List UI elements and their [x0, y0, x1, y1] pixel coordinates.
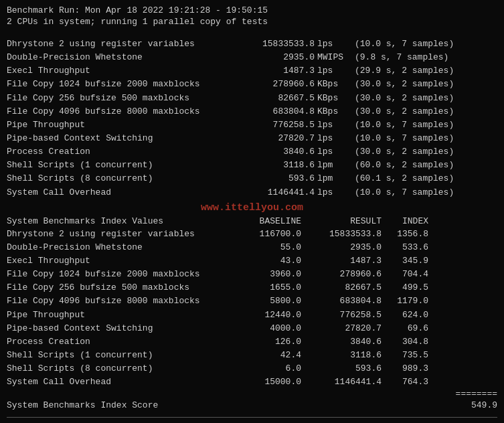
- index-row-index: 735.5: [382, 349, 428, 362]
- bench-row: Execl Throughput 1487.3 lps (29.9 s, 2 s…: [7, 64, 497, 78]
- bench-label: Execl Throughput: [7, 64, 234, 78]
- bench-label: Shell Scripts (8 concurrent): [7, 172, 234, 185]
- header-line2: 2 CPUs in system; running 1 parallel cop…: [7, 17, 497, 27]
- bench-unit: KBps: [315, 105, 355, 118]
- bench-value: 1487.3: [234, 64, 315, 78]
- index-row: Shell Scripts (1 concurrent) 42.4 3118.6…: [7, 349, 497, 362]
- bench-row: Shell Scripts (1 concurrent) 3118.6 lpm …: [7, 159, 497, 172]
- index-row-result: 776258.5: [301, 309, 382, 322]
- bench-unit: KBps: [315, 78, 355, 91]
- index-row-result: 2935.0: [301, 241, 382, 254]
- index-row-result: 15833533.8: [301, 228, 382, 241]
- index-header-index: INDEX: [382, 216, 428, 226]
- index-row-result: 683804.8: [301, 294, 382, 308]
- index-row-baseline: 5800.0: [234, 294, 301, 308]
- bench-samples: (9.8 s, 7 samples): [355, 51, 497, 64]
- bench-row: System Call Overhead 1146441.4 lps (10.0…: [7, 186, 497, 199]
- bench-value: 776258.5: [234, 118, 315, 132]
- index-row-index: 304.8: [382, 335, 428, 349]
- bench-label: Double-Precision Whetstone: [7, 51, 234, 64]
- bench-value: 683804.8: [234, 105, 315, 118]
- index-row-index: 764.3: [382, 375, 428, 389]
- bench-samples: (30.0 s, 2 samples): [355, 78, 497, 91]
- equals-row: ========: [7, 389, 497, 399]
- watermark: www.ittellyou.com: [7, 202, 497, 214]
- index-row-baseline: 55.0: [234, 241, 301, 254]
- score-row: System Benchmarks Index Score 549.9: [7, 400, 497, 410]
- bench-unit: KBps: [315, 92, 355, 105]
- bench-row: Shell Scripts (8 concurrent) 593.6 lpm (…: [7, 172, 497, 185]
- bench-label: Pipe-based Context Switching: [7, 132, 234, 145]
- index-row-label: Double-Precision Whetstone: [7, 241, 234, 254]
- index-row: Double-Precision Whetstone 55.0 2935.0 5…: [7, 241, 497, 254]
- bench-samples: (10.0 s, 7 samples): [355, 132, 497, 145]
- index-row: Pipe-based Context Switching 4000.0 2782…: [7, 322, 497, 335]
- index-row: File Copy 1024 bufsize 2000 maxblocks 39…: [7, 268, 497, 281]
- index-row-baseline: 126.0: [234, 335, 301, 349]
- index-row-result: 1146441.4: [301, 375, 382, 389]
- index-row-result: 82667.5: [301, 281, 382, 294]
- score-label: System Benchmarks Index Score: [7, 400, 450, 410]
- index-row-baseline: 42.4: [234, 349, 301, 362]
- bench-value: 15833533.8: [234, 37, 315, 51]
- index-row: File Copy 256 bufsize 500 maxblocks 1655…: [7, 281, 497, 294]
- benchmarks-section: Dhrystone 2 using register variables 158…: [7, 37, 497, 199]
- index-header-label: System Benchmarks Index Values: [7, 216, 234, 226]
- bench-samples: (10.0 s, 7 samples): [355, 186, 497, 199]
- index-row: Process Creation 126.0 3840.6 304.8: [7, 335, 497, 349]
- index-header-baseline: BASELINE: [234, 216, 301, 226]
- bench-unit: MWIPS: [315, 51, 355, 64]
- index-row-label: System Call Overhead: [7, 375, 234, 389]
- index-row: System Call Overhead 15000.0 1146441.4 7…: [7, 375, 497, 389]
- index-row: Dhrystone 2 using register variables 116…: [7, 228, 497, 241]
- index-row-index: 533.6: [382, 241, 428, 254]
- bench-label: System Call Overhead: [7, 186, 234, 199]
- bench-samples: (30.0 s, 2 samples): [355, 105, 497, 118]
- index-row-label: File Copy 256 bufsize 500 maxblocks: [7, 281, 234, 294]
- index-row: Pipe Throughput 12440.0 776258.5 624.0: [7, 309, 497, 322]
- bench-value: 3840.6: [234, 145, 315, 159]
- index-row-baseline: 4000.0: [234, 322, 301, 335]
- bench-unit: lps: [315, 145, 355, 159]
- bench-label: Shell Scripts (1 concurrent): [7, 159, 234, 172]
- bench-unit: lpm: [315, 172, 355, 185]
- index-row-result: 3840.6: [301, 335, 382, 349]
- index-row: Execl Throughput 43.0 1487.3 345.9: [7, 254, 497, 268]
- index-row-result: 3118.6: [301, 349, 382, 362]
- index-row-index: 989.3: [382, 362, 428, 375]
- bench-unit: lps: [315, 37, 355, 51]
- index-header-row: System Benchmarks Index Values BASELINE …: [7, 216, 497, 226]
- index-row-baseline: 6.0: [234, 362, 301, 375]
- bench-samples: (60.1 s, 2 samples): [355, 172, 497, 185]
- bench-samples: (10.0 s, 7 samples): [355, 37, 497, 51]
- index-row-label: Dhrystone 2 using register variables: [7, 228, 234, 241]
- index-row-index: 1179.0: [382, 294, 428, 308]
- bench-samples: (29.9 s, 2 samples): [355, 64, 497, 78]
- bench-label: File Copy 256 bufsize 500 maxblocks: [7, 92, 234, 105]
- bench-label: File Copy 1024 bufsize 2000 maxblocks: [7, 78, 234, 91]
- score-value: 549.9: [450, 400, 497, 410]
- bench-samples: (30.0 s, 2 samples): [355, 92, 497, 105]
- bench-row: Pipe Throughput 776258.5 lps (10.0 s, 7 …: [7, 118, 497, 132]
- bench-value: 82667.5: [234, 92, 315, 105]
- bench-samples: (30.0 s, 2 samples): [355, 145, 497, 159]
- bench-value: 3118.6: [234, 159, 315, 172]
- equals-value: ========: [450, 389, 497, 399]
- bottom-divider: [7, 417, 497, 418]
- bench-value: 2935.0: [234, 51, 315, 64]
- index-row: Shell Scripts (8 concurrent) 6.0 593.6 9…: [7, 362, 497, 375]
- bench-row: Process Creation 3840.6 lps (30.0 s, 2 s…: [7, 145, 497, 159]
- header: Benchmark Run: Mon Apr 18 2022 19:21:28 …: [7, 5, 497, 27]
- bench-value: 278960.6: [234, 78, 315, 91]
- bench-samples: (60.0 s, 2 samples): [355, 159, 497, 172]
- index-row-index: 624.0: [382, 309, 428, 322]
- index-row-index: 1356.8: [382, 228, 428, 241]
- bench-row: Double-Precision Whetstone 2935.0 MWIPS …: [7, 51, 497, 64]
- index-row-label: Execl Throughput: [7, 254, 234, 268]
- index-row-result: 27820.7: [301, 322, 382, 335]
- bench-row: File Copy 4096 bufsize 8000 maxblocks 68…: [7, 105, 497, 118]
- index-row-baseline: 3960.0: [234, 268, 301, 281]
- bench-label: Process Creation: [7, 145, 234, 159]
- index-header-result: RESULT: [301, 216, 382, 226]
- index-row-label: Shell Scripts (8 concurrent): [7, 362, 234, 375]
